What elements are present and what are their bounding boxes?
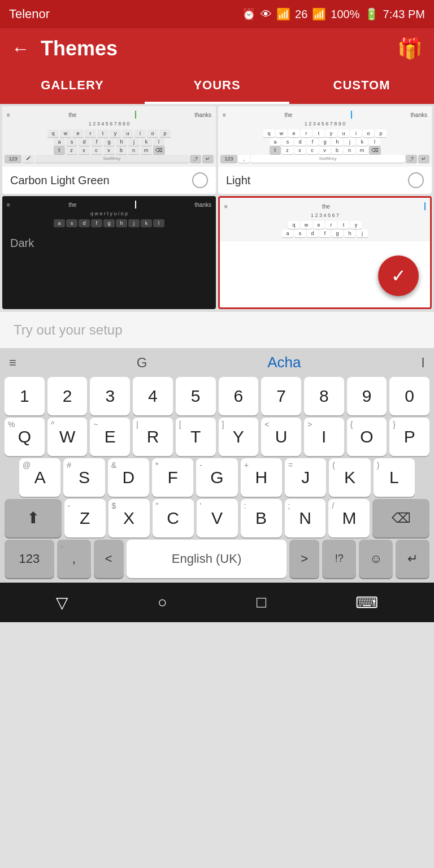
kb-key-y[interactable]: ]Y	[219, 418, 259, 456]
kb-bottom-row: 123 - , < English (UK) > !? ☺ ↵	[5, 540, 429, 578]
kb-key-u[interactable]: <U	[261, 418, 301, 456]
theme-preview-selected: ≡ the 1 2 3 4 5 6 7 qwerty asdfghj	[220, 198, 430, 241]
kb-asdf-row: @A #S &D *F -G +H =J (K )L	[19, 458, 415, 497]
kb-key-z[interactable]: -Z	[64, 499, 106, 537]
theme-card-dark[interactable]: ≡ the thanks q w e r t y u i o p a s d f…	[2, 196, 216, 309]
theme-card-selected[interactable]: ≡ the 1 2 3 4 5 6 7 qwerty asdfghj ✓	[218, 196, 432, 309]
kb-key-a[interactable]: @A	[19, 458, 60, 497]
back-button[interactable]: ←	[11, 38, 29, 59]
kb-zxcv-row: ⬆ -Z $X "C 'V :B ;N /M ⌫	[5, 499, 429, 537]
nav-home-icon[interactable]: ○	[158, 593, 167, 611]
kb-key-s[interactable]: #S	[63, 458, 105, 497]
kb-menu-icon[interactable]: ≡	[9, 355, 16, 370]
kb-key-e[interactable]: ~E	[90, 418, 130, 456]
signal-label: 26	[295, 8, 307, 21]
status-bar: Telenor ⏰ 👁 📶 26 📶 100% 🔋 7:43 PM	[0, 0, 434, 28]
kb-suggestion-left: G	[137, 355, 147, 371]
kb-lang-right-key[interactable]: >	[289, 540, 319, 578]
kb-key-p[interactable]: }P	[389, 418, 429, 456]
kb-lang-left-key[interactable]: <	[94, 540, 124, 578]
theme-name-light: Light	[226, 174, 250, 187]
checkmark-icon: ✓	[391, 265, 406, 287]
page-title: Themes	[41, 37, 397, 60]
kb-key-v[interactable]: 'V	[197, 499, 238, 537]
kb-space-key[interactable]: English (UK)	[127, 540, 287, 578]
theme-name-dark: Dark	[10, 237, 34, 250]
theme-preview-clg: ≡ the thanks 1 2 3 4 5 6 7 8 9 0 qwertyu…	[2, 106, 216, 167]
kb-key-r[interactable]: |R	[133, 418, 173, 456]
kb-key-f[interactable]: *F	[152, 458, 193, 497]
header: ← Themes 🎁	[0, 28, 434, 69]
theme-card-carbon-light-green[interactable]: ≡ the thanks 1 2 3 4 5 6 7 8 9 0 qwertyu…	[2, 106, 216, 194]
kb-key-9[interactable]: 9	[347, 377, 387, 415]
kb-key-h[interactable]: +H	[241, 458, 282, 497]
time-label: 7:43 PM	[383, 8, 425, 21]
theme-label-row-clg: Carbon Light Green	[2, 167, 216, 194]
wifi-icon: 📶	[276, 7, 290, 21]
kb-123-key[interactable]: 123	[5, 540, 54, 578]
tryout-area: Try out your setup	[0, 311, 434, 348]
nav-back-icon[interactable]: ▽	[56, 593, 68, 612]
kb-key-4[interactable]: 4	[133, 377, 173, 415]
kb-key-i[interactable]: >I	[304, 418, 344, 456]
gift-button[interactable]: 🎁	[397, 37, 423, 60]
nav-bar: ▽ ○ □ ⌨	[0, 583, 434, 622]
kb-key-6[interactable]: 6	[219, 377, 259, 415]
alarm-icon: ⏰	[242, 7, 256, 21]
kb-qwerty-row: %Q ^W ~E |R [T ]Y <U >I {O }P	[5, 418, 429, 456]
kb-key-c[interactable]: "C	[153, 499, 194, 537]
signal-bars-icon: 📶	[312, 7, 326, 21]
theme-preview-dark: ≡ the thanks q w e r t y u i o p a s d f…	[2, 196, 216, 231]
kb-key-b[interactable]: :B	[241, 499, 282, 537]
tryout-placeholder: Try out your setup	[14, 322, 123, 337]
nav-recent-icon[interactable]: □	[257, 593, 266, 611]
theme-label-row-dark: Dark	[2, 231, 216, 255]
kb-number-row: 1 2 3 4 5 6 7 8 9 0	[5, 377, 429, 415]
kb-key-5[interactable]: 5	[176, 377, 216, 415]
tab-yours[interactable]: YOURS	[145, 69, 289, 104]
kb-comma-key[interactable]: - ,	[57, 540, 91, 578]
kb-key-8[interactable]: 8	[304, 377, 344, 415]
kb-toolbar: ≡ G Acha I	[2, 350, 432, 375]
kb-key-3[interactable]: 3	[90, 377, 130, 415]
kb-key-l[interactable]: )L	[374, 458, 415, 497]
kb-key-n[interactable]: ;N	[285, 499, 326, 537]
carrier-label: Telenor	[9, 7, 50, 21]
kb-key-g[interactable]: -G	[196, 458, 237, 497]
theme-radio-light[interactable]	[408, 172, 424, 188]
kb-backspace-key[interactable]: ⌫	[372, 499, 429, 537]
theme-label-row-light: Light	[218, 167, 432, 194]
kb-key-w[interactable]: ^W	[47, 418, 88, 456]
kb-special-key[interactable]: !?	[322, 540, 356, 578]
kb-key-2[interactable]: 2	[47, 377, 88, 415]
kb-key-q[interactable]: %Q	[5, 418, 45, 456]
theme-card-light[interactable]: ≡ the thanks 1 2 3 4 5 6 7 8 9 0 qwertyu…	[218, 106, 432, 194]
eye-icon: 👁	[261, 8, 272, 21]
kb-key-j[interactable]: =J	[285, 458, 326, 497]
keyboard: ≡ G Acha I 1 2 3 4 5 6 7 8 9 0 %Q ^W ~E …	[0, 348, 434, 583]
kb-key-t[interactable]: [T	[176, 418, 216, 456]
kb-key-m[interactable]: /M	[328, 499, 370, 537]
theme-radio-clg[interactable]	[192, 172, 208, 188]
kb-suggestion-center[interactable]: Acha	[267, 354, 301, 371]
nav-keyboard-icon[interactable]: ⌨	[355, 593, 378, 612]
tabs-bar: GALLERY YOURS CUSTOM	[0, 69, 434, 104]
fab-button[interactable]: ✓	[378, 255, 419, 296]
kb-key-7[interactable]: 7	[261, 377, 301, 415]
kb-key-k[interactable]: (K	[329, 458, 370, 497]
kb-shift-key[interactable]: ⬆	[5, 499, 62, 537]
kb-enter-key[interactable]: ↵	[396, 540, 429, 578]
kb-key-d[interactable]: &D	[108, 458, 149, 497]
battery-label: 100%	[331, 8, 359, 21]
status-icons: ⏰ 👁 📶 26 📶 100% 🔋 7:43 PM	[242, 7, 425, 21]
kb-key-0[interactable]: 0	[389, 377, 429, 415]
kb-key-1[interactable]: 1	[5, 377, 45, 415]
theme-grid: ≡ the thanks 1 2 3 4 5 6 7 8 9 0 qwertyu…	[0, 104, 434, 311]
kb-key-o[interactable]: {O	[347, 418, 387, 456]
theme-name-clg: Carbon Light Green	[10, 174, 110, 187]
tab-gallery[interactable]: GALLERY	[0, 69, 145, 104]
tab-custom[interactable]: CUSTOM	[289, 69, 434, 104]
kb-emoji-key[interactable]: ☺	[359, 540, 393, 578]
kb-suggestion-right: I	[421, 355, 425, 371]
kb-key-x[interactable]: $X	[108, 499, 150, 537]
